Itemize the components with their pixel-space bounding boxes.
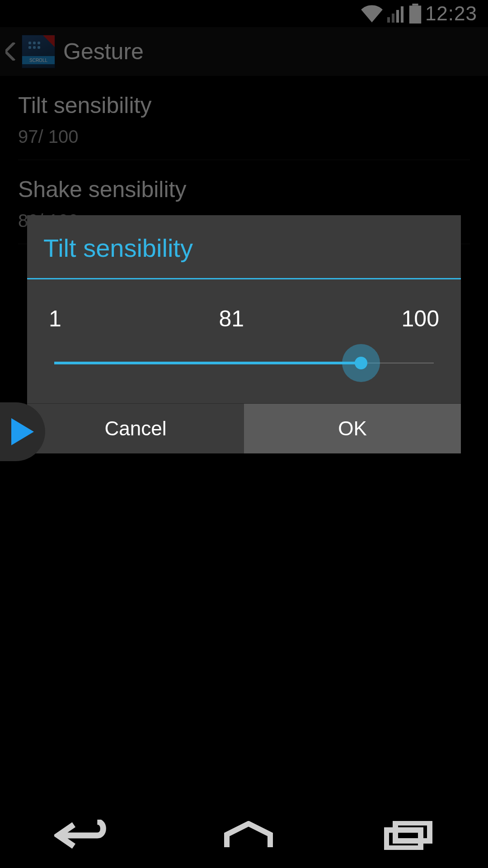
ok-button[interactable]: OK [244,404,461,453]
slider-max-label: 100 [402,306,439,332]
dialog-title: Tilt sensibility [27,215,461,279]
slider-min-label: 1 [49,306,61,332]
play-icon [11,418,34,445]
nav-back-icon[interactable] [54,820,113,851]
tilt-dialog: Tilt sensibility 1 81 100 Cancel OK [27,215,461,453]
slider-thumb [355,357,367,369]
dialog-body: 1 81 100 [27,279,461,403]
system-nav-bar [0,803,488,868]
nav-home-icon[interactable] [221,821,276,850]
dialog-button-row: Cancel OK [27,403,461,453]
nav-recent-icon[interactable] [384,821,434,850]
slider-value-label: 81 [61,306,402,332]
slider-fill [54,362,361,364]
tilt-slider[interactable] [45,345,443,382]
cancel-button[interactable]: Cancel [27,404,244,453]
